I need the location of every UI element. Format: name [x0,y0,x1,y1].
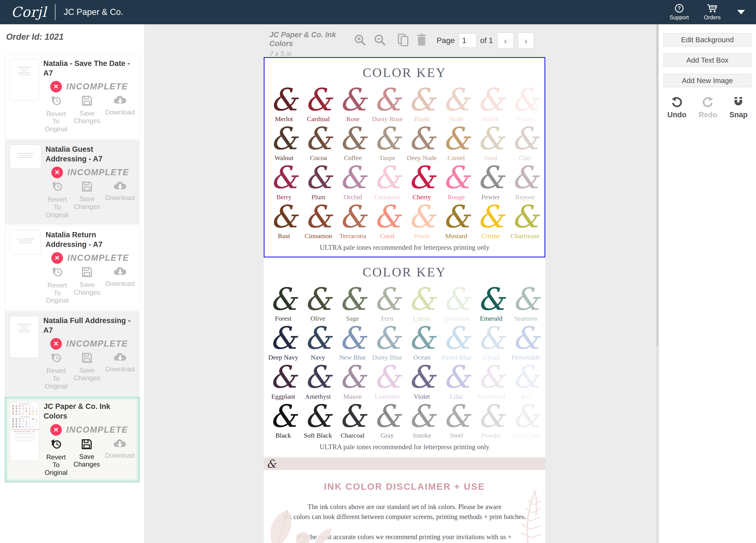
undo-icon [671,97,683,111]
item-title: JC Paper & Co. Ink Colors [44,402,134,421]
swatch-name: Terracotta [336,232,370,240]
color-swatch: &Gray [370,400,405,439]
action-label: Save Changes [74,110,100,125]
swatch-ampersand: & [267,162,301,193]
save-icon [81,267,92,281]
revert-action-button[interactable]: Revert To Original [46,267,69,304]
chevron-right-icon: › [524,35,527,46]
cart-icon [707,4,718,13]
item-thumbnail[interactable] [10,59,39,101]
color-key-image[interactable]: COLOR KEY&Forest&Olive&Sage&Fern&Limon&S… [264,258,545,457]
undo-button[interactable]: Undo [667,97,686,119]
color-key-image-selected[interactable]: COLOR KEY&Merlot&Cardinal&Rose&Dusty Ros… [264,57,545,258]
add-text-box-button[interactable]: Add Text Box [664,54,751,67]
document-title-block: JC Paper & Co. Ink Colors 7 x 5 in [269,30,344,58]
item-actions: Revert To OriginalSave ChangesDownload [43,352,135,391]
color-swatch: &Cloud [474,322,509,361]
download-action-button[interactable]: Download [105,95,135,133]
revert-action-button[interactable]: Revert To Original [44,439,68,476]
revert-action-button[interactable]: Revert To Original [46,181,69,219]
download-action-button[interactable]: Download [105,267,135,304]
support-button[interactable]: ? Support [670,4,689,21]
order-item-card[interactable]: Natalia Return Addressing - A7✕INCOMPLET… [5,226,139,310]
swatch-ampersand: & [301,123,336,154]
main-layout: Order Id: 1021 Natalia - Save The Date -… [0,24,756,543]
swatch-ampersand: & [439,84,474,115]
save-action-button[interactable]: Save Changes [73,439,100,476]
revert-icon [51,181,63,196]
revert-action-button[interactable]: Revert To Original [43,95,69,133]
swatch-name: Cinnamon [301,232,336,240]
color-swatch: &Deep Nude [405,123,439,162]
color-swatch: &Citrine [474,201,508,240]
account-caret-icon[interactable] [737,10,745,14]
item-thumbnail[interactable] [10,145,41,169]
download-action-button[interactable]: Download [105,439,134,476]
action-label: Download [105,280,135,287]
color-swatch: &Carnation [370,162,405,201]
order-item-card[interactable]: Natalia Guest Addressing - A7✕INCOMPLETE… [5,140,139,225]
action-label: Save Changes [74,281,100,296]
revert-icon [50,95,62,110]
color-swatch: &Pewter [474,162,508,201]
store-brand-name: JC Paper & Co. [64,7,123,17]
revert-icon [50,352,62,367]
delete-icon[interactable] [417,33,427,48]
save-action-button[interactable]: Save Changes [74,352,100,390]
zoom-out-icon[interactable] [374,34,386,47]
action-label: Revert To Original [44,453,68,476]
swatch-ampersand: & [439,400,474,432]
history-controls: Undo Redo Snap [664,97,751,119]
next-page-button[interactable]: › [518,33,534,49]
color-swatch: &Violet [405,361,439,400]
add-new-image-button[interactable]: Add New Image [664,74,751,87]
order-item-card[interactable]: Natalia - Save The Date - A7✕INCOMPLETER… [5,54,139,139]
order-id-label: Order Id: 1021 [6,32,139,42]
color-swatch: &Seamoss [509,283,543,322]
order-item-card[interactable]: COLOR KEY&&&&&&&&&&&&&&&&&&&&&&&&&&&&&&&… [5,397,139,482]
prev-page-button[interactable]: ‹ [498,33,514,49]
page-number-input[interactable] [459,33,476,48]
color-swatch: &Spearmint [439,283,474,322]
zoom-in-icon[interactable] [354,34,366,47]
save-icon [81,352,92,367]
edit-background-button[interactable]: Edit Background [664,33,751,46]
orders-button[interactable]: Orders [704,4,721,21]
item-thumbnail[interactable] [10,230,41,255]
status-badge: ✕INCOMPLETE [43,78,135,95]
order-item-card[interactable]: Natalia Full Addressing - A7✕INCOMPLETER… [5,311,139,396]
color-swatch: &Rouge [439,162,474,201]
mini-color-grid: &&&&&&&&&&&&&&&&&&&&&&&&&&&&&&&& [10,405,39,415]
color-swatch: &Nude [439,84,474,123]
save-action-button[interactable]: Save Changes [74,181,100,219]
revert-action-button[interactable]: Revert To Original [43,352,69,390]
status-label: INCOMPLETE [66,82,128,92]
color-swatch: &Cool Grey [509,400,543,439]
duplicate-icon[interactable] [397,33,409,48]
swatch-ampersand: & [335,361,370,393]
swatch-ampersand: & [439,283,474,315]
download-icon [113,439,126,452]
download-action-button[interactable]: Download [105,181,135,219]
header-actions: ? Support Orders [670,4,745,21]
color-swatch: &Powder [474,400,509,439]
action-label: Revert To Original [43,110,69,133]
status-badge: ✕INCOMPLETE [44,421,134,438]
color-swatch: &Repose [508,162,542,201]
color-swatch: &Blush [405,84,439,123]
leaf-decoration-left [264,488,344,543]
save-action-button[interactable]: Save Changes [74,267,100,304]
status-badge: ✕INCOMPLETE [43,335,135,352]
download-action-button[interactable]: Download [105,352,135,390]
item-thumbnail[interactable] [10,316,39,358]
redo-button[interactable]: Redo [699,97,717,119]
swatch-ampersand: & [474,84,508,115]
swatch-ampersand: & [301,283,335,315]
item-thumbnail[interactable]: COLOR KEY&&&&&&&&&&&&&&&&&&&&&&&&&&&&&&&… [10,402,39,461]
canvas-vertical-scrollbar[interactable] [656,24,659,543]
swatch-ampersand: & [509,400,543,432]
snap-button[interactable]: Snap [729,97,747,119]
color-swatch: &Camel [439,123,474,162]
save-action-button[interactable]: Save Changes [74,95,100,133]
swatch-name: Chartreuse [508,232,542,240]
